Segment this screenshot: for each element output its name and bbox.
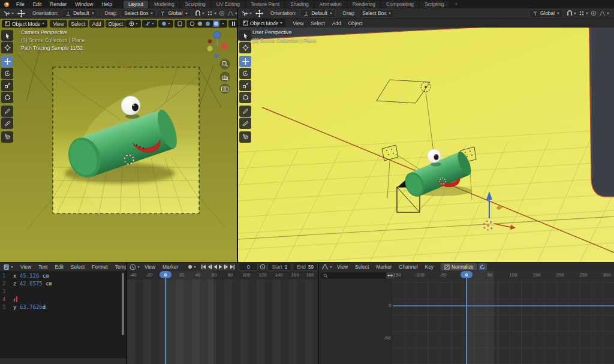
axis-z-ball[interactable]	[213, 31, 221, 38]
snap-magnet-icon[interactable]	[565, 10, 577, 17]
cursor-tool[interactable]	[239, 42, 251, 53]
snap-target-icon[interactable]	[577, 10, 589, 17]
snap-magnet-icon[interactable]	[194, 10, 206, 17]
pause-render-button[interactable]	[228, 20, 237, 28]
active-tool-icon[interactable]	[2, 10, 15, 17]
tab-animation[interactable]: Animation	[315, 1, 347, 8]
blender-logo-icon[interactable]	[3, 1, 10, 8]
menu-file[interactable]: File	[12, 1, 29, 7]
measure-tool[interactable]	[1, 118, 13, 129]
tab-shading[interactable]: Shading	[285, 1, 313, 8]
view-object-types-dropdown[interactable]	[126, 20, 141, 28]
add-menu[interactable]: Add	[329, 20, 345, 26]
timeline-playhead-badge[interactable]: 0	[159, 271, 171, 278]
text-select-menu[interactable]: Select	[67, 264, 88, 270]
select-box-tool[interactable]	[1, 30, 13, 41]
scale-tool[interactable]	[239, 80, 251, 91]
text-edit-menu[interactable]: Edit	[51, 264, 67, 270]
active-tool-icon[interactable]	[240, 10, 253, 17]
eyeball[interactable]	[121, 96, 140, 115]
annotate-tool[interactable]	[1, 106, 13, 117]
editor-type-timeline-icon[interactable]	[128, 263, 141, 271]
normalize-toggle[interactable]: Normalize	[441, 263, 477, 270]
falloff-curve-icon[interactable]	[598, 10, 610, 17]
axis-z-neg-ball[interactable]	[215, 54, 219, 58]
timeline-view-menu[interactable]: View	[141, 264, 159, 270]
start-frame-field[interactable]: Start1	[267, 263, 291, 271]
axis-x-neg-ball[interactable]	[208, 40, 212, 44]
orientation-dropdown[interactable]: Default	[300, 9, 336, 18]
transform-tool[interactable]	[1, 92, 13, 103]
rendered-shading-icon[interactable]	[213, 21, 219, 26]
proportional-editing-icon[interactable]	[218, 10, 226, 17]
prev-keyframe-button[interactable]	[207, 263, 212, 270]
orientation-dropdown[interactable]: Default	[62, 9, 98, 18]
timeline-playhead[interactable]	[165, 271, 166, 364]
backdrop-curtain[interactable]	[589, 19, 614, 197]
graph-playhead[interactable]	[466, 271, 467, 364]
jump-to-end-button[interactable]	[230, 263, 235, 270]
graph-marker-menu[interactable]: Marker	[372, 264, 395, 270]
editor-type-graph-icon[interactable]	[320, 263, 333, 271]
snap-target-icon[interactable]	[206, 10, 218, 17]
tab-rendering[interactable]: Rendering	[348, 1, 380, 8]
viewport-user[interactable]: Object Mode View Select Add Object User …	[238, 19, 614, 262]
editor-divider[interactable]	[318, 262, 319, 364]
proportional-editing-icon[interactable]	[589, 10, 598, 17]
view-menu[interactable]: View	[289, 20, 307, 26]
graph-select-menu[interactable]: Select	[351, 264, 372, 270]
move-tool[interactable]	[1, 56, 13, 67]
add-menu[interactable]: Add	[89, 20, 104, 28]
backdrop-plane[interactable]	[238, 22, 614, 262]
text-editor-scrollbar[interactable]	[122, 273, 124, 335]
tab-compositing[interactable]: Compositing	[381, 1, 419, 8]
timeline-area[interactable]: -40 -20 20 40 60 80 100 120 140 160 180	[127, 271, 318, 364]
graph-key-menu[interactable]: Key	[422, 264, 437, 270]
text-view-menu[interactable]: View	[17, 264, 35, 270]
rotate-tool[interactable]	[1, 68, 13, 79]
tab-layout[interactable]: Layout	[124, 1, 148, 8]
mode-dropdown[interactable]: Object Mode	[240, 19, 285, 27]
viewport-camera[interactable]: Object Mode View Select Add Object	[0, 19, 237, 262]
end-frame-field[interactable]: End59	[293, 263, 318, 271]
tab-uv-editing[interactable]: UV Editing	[212, 1, 245, 8]
current-frame-field[interactable]: 0	[239, 263, 258, 271]
axis-y-ball[interactable]	[207, 46, 213, 52]
overlays-dropdown[interactable]	[158, 20, 173, 28]
drag-dropdown[interactable]: Select Box	[359, 9, 395, 18]
mode-dropdown[interactable]: Object Mode	[2, 20, 47, 28]
auto-sync-clock-icon[interactable]	[260, 264, 266, 270]
text-editor[interactable]: 1 2 3 4 5 x 45.126 cm z 42.6575 cm r y 6…	[0, 271, 126, 364]
next-keyframe-button[interactable]	[224, 263, 229, 270]
text-format-menu[interactable]: Format	[88, 264, 112, 270]
material-shading-icon[interactable]	[205, 21, 210, 26]
menu-render[interactable]: Render	[46, 1, 71, 7]
select-menu[interactable]: Select	[68, 20, 88, 28]
gizmos-dropdown[interactable]	[142, 20, 157, 28]
editor-type-text-icon[interactable]	[2, 263, 14, 271]
menu-window[interactable]: Window	[71, 1, 97, 7]
select-menu[interactable]: Select	[308, 20, 329, 26]
graph-view-menu[interactable]: View	[333, 264, 351, 270]
view-menu[interactable]: View	[50, 20, 67, 28]
jump-to-start-button[interactable]	[201, 263, 206, 270]
scale-tool[interactable]	[1, 80, 13, 91]
transform-space-dropdown[interactable]: Global	[529, 9, 563, 18]
xray-toggle[interactable]	[174, 20, 185, 28]
move-tool[interactable]	[239, 56, 251, 67]
timeline-marker-menu[interactable]: Marker	[159, 264, 182, 270]
tab-texture-paint[interactable]: Texture Paint	[246, 1, 284, 8]
fcurve-line[interactable]	[393, 305, 614, 306]
move-tool-icon[interactable]	[255, 10, 263, 17]
graph-channel-menu[interactable]: Channel	[395, 264, 421, 270]
auto-keying-button[interactable]	[186, 263, 197, 271]
axis-x-ball[interactable]	[221, 43, 228, 50]
move-tool-icon[interactable]	[17, 10, 25, 17]
select-box-tool[interactable]	[239, 30, 251, 41]
tab-modeling[interactable]: Modeling	[149, 1, 179, 8]
tab-scripting[interactable]: Scripting	[420, 1, 449, 8]
object-menu[interactable]: Object	[106, 20, 126, 28]
editor-divider[interactable]	[126, 262, 127, 364]
measure-tool[interactable]	[239, 118, 251, 129]
tab-sculpting[interactable]: Sculpting	[180, 1, 210, 8]
